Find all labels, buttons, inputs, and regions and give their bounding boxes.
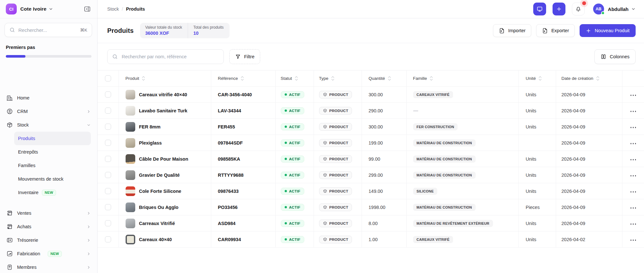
row-checkbox[interactable]	[105, 172, 111, 178]
columns-button[interactable]: Colonnes	[594, 49, 636, 64]
column-header-statut[interactable]: Statut	[275, 71, 314, 87]
monitor-icon	[536, 6, 543, 12]
sidebar-item-ventes[interactable]: Ventes	[0, 206, 97, 220]
columns-icon	[601, 54, 606, 60]
table-search-input[interactable]	[107, 49, 224, 64]
row-actions-button[interactable]	[629, 125, 638, 130]
unit: Units	[518, 87, 556, 103]
sidebar-item-membres[interactable]: Membres	[0, 260, 97, 273]
import-button[interactable]: Importer	[493, 24, 531, 37]
user-menu[interactable]: AB Abdullah	[593, 4, 636, 14]
status-dot-icon	[285, 142, 287, 144]
sidebar-collapse-icon[interactable]	[84, 5, 91, 13]
status-badge: ACTIF	[281, 220, 304, 227]
onboarding-progress-fill	[6, 55, 25, 58]
table-row[interactable]: Carreaux Vitrifié ASD984 ACTIF PRODUCT 8…	[98, 215, 644, 231]
workspace-switcher[interactable]: CI Cote Ivoire	[0, 0, 97, 18]
notifications-button[interactable]	[572, 3, 585, 15]
sidebar-item-label: Familles	[18, 163, 35, 168]
sidebar-item-inventaire[interactable]: Inventaire NEW	[14, 186, 91, 199]
creation-date: 2026-04-09	[556, 167, 622, 183]
sidebar-search[interactable]: ⌘K	[5, 23, 92, 37]
row-checkbox[interactable]	[105, 156, 111, 162]
table-row[interactable]: Careaux vitrifie 40×40 CAR-3456-4040 ACT…	[98, 87, 644, 103]
sidebar-search-input[interactable]	[18, 27, 80, 33]
table-toolbar: Filtre Colonnes	[98, 43, 644, 70]
table-row[interactable]: Lavabo Sanitaire Turk LAV-34344 ACTIF PR…	[98, 103, 644, 119]
status-dot-icon	[285, 238, 287, 240]
famille-badge: FER CONSTRUCTION	[413, 123, 458, 130]
sidebar-item-fabrication[interactable]: Fabrication NEW	[0, 247, 97, 260]
sidebar-item-achats[interactable]: Achats	[0, 220, 97, 233]
table-body: Careaux vitrifie 40×40 CAR-3456-4040 ACT…	[98, 87, 644, 248]
new-product-button[interactable]: Nouveau Produit	[580, 24, 636, 37]
product-reference: LAV-34344	[211, 103, 275, 119]
table-row[interactable]: Cole Forte Silicone 09876433 ACTIF PRODU…	[98, 183, 644, 199]
display-mode-button[interactable]	[533, 3, 546, 15]
row-checkbox[interactable]	[105, 91, 111, 98]
sidebar-item-produits[interactable]: Produits	[14, 132, 91, 145]
column-header-unite[interactable]: Unité	[518, 71, 556, 87]
table-row[interactable]: Câble De Pour Maison 098585KA ACTIF PROD…	[98, 151, 644, 167]
chevron-right-icon	[87, 238, 91, 242]
row-checkbox[interactable]	[105, 124, 111, 130]
status-badge: ACTIF	[281, 139, 304, 146]
table-row[interactable]: FER 8mm FER455 ACTIF PRODUCT 300.00 FER …	[98, 119, 644, 135]
row-actions-button[interactable]	[629, 205, 638, 211]
sidebar-item-home[interactable]: Home	[0, 91, 97, 105]
table-row[interactable]: Careaux 40×40 CAR09934 ACTIF PRODUCT 1.0…	[98, 231, 644, 248]
row-checkbox[interactable]	[105, 140, 111, 146]
search-icon	[9, 27, 15, 33]
table-row[interactable]: Briques Ou Agglo PO33456 ACTIF PRODUCT 1…	[98, 199, 644, 215]
sort-icon	[539, 76, 542, 81]
row-actions-button[interactable]	[629, 238, 638, 243]
row-checkbox[interactable]	[105, 220, 111, 226]
row-checkbox[interactable]	[105, 188, 111, 194]
table-row[interactable]: Plexiglass 097844SDF ACTIF PRODUCT 199.0…	[98, 135, 644, 151]
breadcrumb-parent[interactable]: Stock	[107, 6, 119, 12]
row-actions-button[interactable]	[629, 189, 638, 194]
wallet-icon	[6, 237, 13, 243]
export-button[interactable]: Exporter	[536, 24, 575, 37]
row-actions-button[interactable]	[629, 157, 638, 162]
chevron-right-icon	[87, 109, 91, 114]
member-badge-icon	[6, 264, 13, 270]
type-badge: PRODUCT	[319, 203, 352, 211]
select-all-checkbox[interactable]	[105, 75, 111, 81]
status-badge: ACTIF	[281, 155, 304, 163]
row-actions-button[interactable]	[629, 109, 638, 114]
row-checkbox[interactable]	[105, 236, 111, 242]
column-header-date-creation[interactable]: Date de création	[556, 71, 622, 87]
factory-chart-icon	[6, 250, 13, 257]
filter-button[interactable]: Filtre	[229, 49, 260, 64]
row-actions-button[interactable]	[629, 173, 638, 178]
row-actions-button[interactable]	[629, 93, 638, 98]
creation-date: 2026-04-02	[556, 231, 622, 248]
column-header-produit[interactable]: Produit	[118, 71, 211, 87]
row-actions-button[interactable]	[629, 141, 638, 146]
sidebar-item-tresorerie[interactable]: Trésorerie	[0, 233, 97, 247]
column-header-actions	[622, 71, 644, 87]
famille-badge: MATÉRIAU DE CONSTRUCTION	[413, 139, 476, 146]
sidebar-nav: Home CRM Stock Produits Entre	[0, 91, 97, 273]
package-icon	[323, 237, 327, 241]
sidebar-item-familles[interactable]: Familles	[14, 159, 91, 172]
onboarding-progress	[6, 55, 91, 58]
column-header-quantite[interactable]: Quantité	[362, 71, 406, 87]
row-actions-button[interactable]	[629, 221, 638, 227]
product-thumbnail	[126, 90, 135, 99]
sidebar-item-mouvements-de-stock[interactable]: Mouvements de stock	[14, 172, 91, 186]
row-checkbox[interactable]	[105, 204, 111, 210]
table-row[interactable]: Gravier De Qualité RTTYY9688 ACTIF PRODU…	[98, 167, 644, 183]
sidebar-item-crm[interactable]: CRM	[0, 105, 97, 118]
column-header-type[interactable]: Type	[314, 71, 362, 87]
status-dot-icon	[285, 93, 287, 96]
status-dot-icon	[285, 158, 287, 160]
row-checkbox[interactable]	[105, 108, 111, 114]
sidebar-item-stock[interactable]: Stock	[0, 118, 97, 132]
creation-date: 2026-04-09	[556, 151, 622, 167]
sidebar-item-entrepots[interactable]: Entrepôts	[14, 145, 91, 159]
column-header-reference[interactable]: Référence	[211, 71, 275, 87]
column-header-famille[interactable]: Famille	[406, 71, 518, 87]
quick-create-button[interactable]	[553, 3, 565, 15]
